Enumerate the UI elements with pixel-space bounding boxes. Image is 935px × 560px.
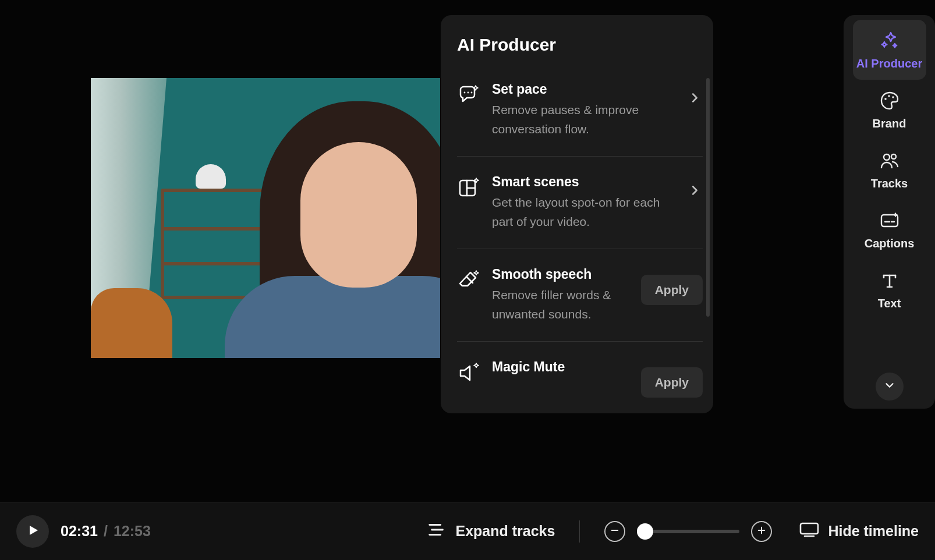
zoom-in-button[interactable] [751, 521, 772, 542]
chevron-right-icon[interactable] [686, 90, 703, 106]
svg-point-11 [891, 154, 896, 159]
panel-title: AI Producer [457, 35, 697, 55]
eraser-sparkle-icon [457, 269, 480, 292]
hide-timeline-button[interactable]: Hide timeline [799, 522, 919, 541]
time-separator: / [104, 523, 108, 540]
mute-sparkle-icon [457, 361, 480, 385]
svg-line-6 [466, 277, 473, 283]
sidebar-item-text[interactable]: Text [853, 260, 926, 320]
ai-producer-panel: AI Producer Set pace Remove pauses & imp [441, 15, 713, 413]
chevron-right-icon[interactable] [686, 182, 703, 199]
chat-sparkle-icon [457, 84, 480, 107]
expand-tracks-label: Expand tracks [455, 523, 555, 540]
panel-item-magic-mute[interactable]: Magic Mute Apply [457, 342, 703, 413]
expand-tracks-button[interactable]: Expand tracks [427, 520, 555, 543]
sidebar-more-button[interactable] [876, 373, 904, 400]
zoom-in-icon [756, 525, 767, 538]
play-button[interactable] [16, 515, 49, 548]
people-icon [879, 150, 900, 171]
zoom-out-button[interactable] [604, 521, 625, 542]
right-sidebar: AI Producer Brand [844, 15, 935, 409]
panel-item-set-pace[interactable]: Set pace Remove pauses & improve convers… [457, 71, 703, 157]
panel-scrollbar[interactable] [706, 78, 710, 317]
zoom-controls [604, 521, 772, 542]
text-icon [879, 270, 900, 291]
current-time: 02:31 [61, 523, 98, 540]
sidebar-item-label: Tracks [871, 177, 908, 190]
sidebar-item-ai-producer[interactable]: AI Producer [853, 20, 926, 80]
monitor-icon [799, 522, 820, 541]
zoom-out-icon [610, 525, 620, 538]
panel-item-title: Smart scenes [492, 174, 675, 190]
hide-timeline-label: Hide timeline [828, 523, 919, 540]
svg-marker-20 [30, 526, 38, 535]
panel-item-desc: Remove filler words & unwanted sounds. [492, 286, 629, 324]
panel-item-title: Set pace [492, 81, 675, 97]
sidebar-item-label: Text [878, 297, 901, 310]
sidebar-item-label: Captions [865, 237, 915, 250]
sidebar-item-label: Brand [873, 117, 906, 130]
video-preview[interactable] [91, 78, 440, 358]
apply-button[interactable]: Apply [641, 275, 703, 305]
divider [579, 520, 580, 543]
timecode: 02:31 / 12:53 [61, 523, 151, 540]
panel-item-smart-scenes[interactable]: Smart scenes Get the layout spot-on for … [457, 157, 703, 249]
svg-point-10 [884, 154, 890, 160]
sidebar-item-label: AI Producer [856, 57, 922, 70]
transport-bar: 02:31 / 12:53 Expand tracks [0, 502, 935, 560]
tracks-expand-icon [427, 520, 447, 543]
panel-item-desc: Get the layout spot-on for each part of … [492, 193, 675, 231]
svg-point-8 [888, 95, 890, 97]
svg-point-9 [892, 96, 894, 98]
captions-icon [879, 210, 900, 231]
total-time: 12:53 [114, 523, 151, 540]
palette-icon [879, 90, 900, 111]
svg-point-1 [468, 92, 469, 94]
panel-item-title: Magic Mute [492, 359, 629, 375]
panel-item-title: Smooth speech [492, 267, 629, 282]
svg-point-7 [884, 98, 887, 100]
preview-sofa [91, 288, 172, 358]
panel-item-smooth-speech[interactable]: Smooth speech Remove filler words & unwa… [457, 249, 703, 342]
layout-sparkle-icon [457, 176, 480, 200]
apply-button[interactable]: Apply [641, 367, 703, 398]
svg-point-2 [471, 92, 473, 94]
panel-item-desc: Remove pauses & improve conversation flo… [492, 101, 675, 139]
sidebar-item-brand[interactable]: Brand [853, 80, 926, 140]
sidebar-item-captions[interactable]: Captions [853, 200, 926, 260]
sidebar-item-tracks[interactable]: Tracks [853, 140, 926, 200]
preview-person [213, 101, 440, 358]
play-icon [26, 523, 40, 540]
video-preview-area [0, 0, 440, 425]
zoom-slider[interactable] [637, 530, 739, 533]
svg-point-0 [464, 92, 466, 94]
zoom-slider-thumb[interactable] [637, 523, 653, 540]
svg-rect-27 [801, 523, 818, 534]
chevron-down-icon [883, 379, 896, 394]
panel-scroll[interactable]: Set pace Remove pauses & improve convers… [457, 71, 703, 413]
sparkles-icon [879, 30, 900, 51]
